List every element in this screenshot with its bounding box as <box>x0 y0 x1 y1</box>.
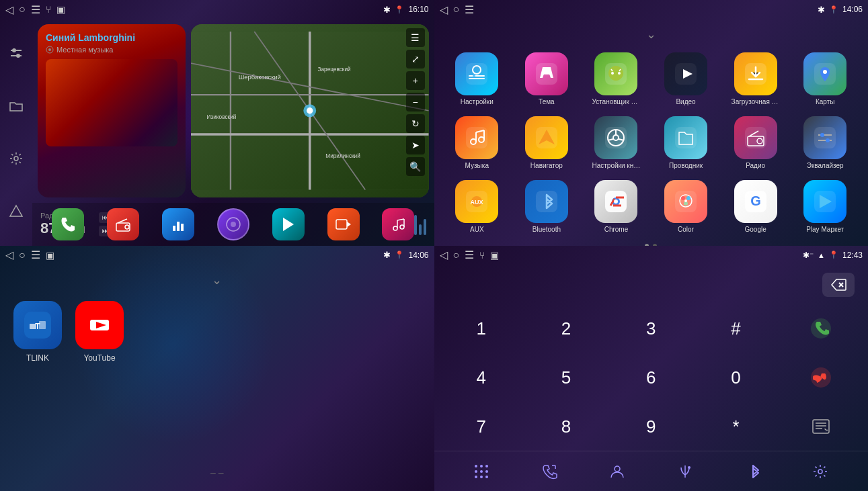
bluetooth-dialer-button[interactable] <box>737 455 769 488</box>
app-files[interactable]: Проводник <box>654 114 718 172</box>
key-9[interactable]: 9 <box>609 403 693 451</box>
app-maps[interactable]: Карты <box>793 50 857 108</box>
svg-rect-74 <box>814 127 836 148</box>
svg-text:AUX: AUX <box>471 199 483 206</box>
key-hash[interactable]: # <box>694 305 777 353</box>
key-star[interactable]: * <box>694 403 777 451</box>
key-5[interactable]: 5 <box>524 354 608 402</box>
sidebar-equalizer[interactable] <box>4 41 28 65</box>
menu-icon-q1[interactable]: ☰ <box>31 3 40 16</box>
dock-phone-app[interactable] <box>52 208 84 240</box>
dialer-quadrant: ◁ ○ ☰ ⑂ ▣ ✱⁻ ▲ 📍 12:43 <box>434 246 869 492</box>
menu-icon-q3[interactable]: ☰ <box>31 249 40 261</box>
dialpad-view-button[interactable] <box>465 455 498 488</box>
key-1[interactable]: 1 <box>440 305 523 353</box>
theme-icon <box>525 52 568 95</box>
time-q1: 16:10 <box>408 5 428 14</box>
bottom-dock <box>32 203 434 246</box>
youtube-app[interactable]: YouTube <box>75 301 124 363</box>
sidebar-folder[interactable] <box>4 94 28 118</box>
equalizer-label: Эквалайзер <box>807 162 844 169</box>
app-radio[interactable]: Радио <box>723 114 788 172</box>
key-4[interactable]: 4 <box>440 354 523 402</box>
map-toolbar: ☰ ⤢ + − ↻ ➤ 🔍 <box>406 28 425 176</box>
key-0[interactable]: 0 <box>694 354 777 402</box>
back-icon-q1[interactable]: ◁ <box>5 3 13 16</box>
app-music[interactable]: Музыка <box>445 114 510 172</box>
map-fullscreen-btn[interactable]: ⤢ <box>406 50 425 69</box>
menu-icon-q4[interactable]: ☰ <box>465 249 474 261</box>
map-search-btn[interactable]: 🔍 <box>406 157 425 176</box>
backspace-button[interactable] <box>822 273 855 297</box>
app-chrome[interactable]: Chrome <box>584 177 649 236</box>
app-bluetooth[interactable]: Bluetooth <box>514 177 579 236</box>
dock-equalizer-app[interactable] <box>162 208 194 240</box>
dock-home-button[interactable] <box>217 208 249 240</box>
svg-line-24 <box>118 219 127 223</box>
map-zoom-in-btn[interactable]: + <box>406 71 425 90</box>
chrome-icon <box>594 180 637 223</box>
usb-icon-q4: ⑂ <box>479 250 485 261</box>
svg-point-17 <box>307 107 313 114</box>
home-icon-q3[interactable]: ○ <box>19 249 26 261</box>
key-7[interactable]: 7 <box>440 403 523 451</box>
app-navigator[interactable]: Навигатор <box>514 114 579 172</box>
svg-rect-22 <box>116 223 130 231</box>
app-equalizer[interactable]: Эквалайзер <box>793 114 857 172</box>
menu-icon-q2[interactable]: ☰ <box>465 3 474 16</box>
app-settings[interactable]: Настройки <box>445 50 510 108</box>
app-playstore[interactable]: Play Маркет <box>793 177 857 236</box>
svg-point-122 <box>615 466 620 472</box>
map-layers-btn[interactable]: ☰ <box>406 28 425 47</box>
svg-rect-99 <box>39 321 46 329</box>
time-q3: 14:06 <box>408 251 428 260</box>
dock-video-app[interactable] <box>327 208 360 240</box>
svg-point-88 <box>681 196 685 200</box>
dock-radio-app[interactable] <box>107 208 139 240</box>
sidebar-settings[interactable] <box>4 146 28 171</box>
app-theme[interactable]: Тема <box>514 50 579 108</box>
settings-dialer-button[interactable] <box>804 455 836 488</box>
svg-marker-5 <box>10 206 22 216</box>
contacts-button[interactable] <box>601 455 633 488</box>
key-6[interactable]: 6 <box>609 354 693 402</box>
dock-playstore-app[interactable] <box>272 208 305 240</box>
svg-rect-44 <box>543 74 550 75</box>
color-label: Color <box>678 226 694 233</box>
app-color[interactable]: Color <box>654 177 718 236</box>
calls-button[interactable] <box>533 455 565 488</box>
app-google[interactable]: G Google <box>723 177 788 236</box>
home-icon-q2[interactable]: ○ <box>453 3 460 15</box>
launcher-chevron[interactable]: ⌄ <box>13 273 421 287</box>
playstore-icon <box>803 180 846 223</box>
home-icon-q4[interactable]: ○ <box>453 249 460 261</box>
back-icon-q4[interactable]: ◁ <box>440 249 448 261</box>
app-aux[interactable]: AUX AUX <box>445 177 510 236</box>
call-button[interactable] <box>779 305 863 353</box>
sidebar-carplay[interactable] <box>4 199 28 223</box>
back-icon-q2[interactable]: ◁ <box>440 3 448 16</box>
app-steering[interactable]: Настройки кнол... <box>584 114 649 172</box>
app-video[interactable]: Видео <box>654 50 718 108</box>
key-8[interactable]: 8 <box>524 403 608 451</box>
google-icon: G <box>734 180 777 223</box>
map-widget[interactable]: Шербаковский Зарецевский Изиковский Мири… <box>191 24 429 197</box>
app-download[interactable]: Загрузочная ани... <box>723 50 788 108</box>
dialpad-contact-button[interactable] <box>779 403 863 451</box>
key-3[interactable]: 3 <box>609 305 693 353</box>
theme-label: Тема <box>539 98 555 105</box>
map-navigate-btn[interactable]: ➤ <box>406 136 425 154</box>
tlink-app[interactable]: T TLINK <box>13 301 62 363</box>
map-rotate-btn[interactable]: ↻ <box>406 114 425 133</box>
hangup-button[interactable] <box>779 354 863 402</box>
back-icon-q3[interactable]: ◁ <box>5 249 13 261</box>
map-zoom-out-btn[interactable]: − <box>406 93 425 111</box>
key-2[interactable]: 2 <box>524 305 608 353</box>
favorites-button[interactable] <box>669 455 701 488</box>
home-icon-q1[interactable]: ○ <box>19 3 26 15</box>
dock-music-app[interactable] <box>382 208 414 240</box>
dialer-display <box>434 265 869 305</box>
app-apk[interactable]: Установщик APK <box>584 50 649 108</box>
chevron-down-icon[interactable]: ⌄ <box>442 27 861 42</box>
status-bar-q1: ◁ ○ ☰ ⑂ ▣ ✱ 📍 16:10 <box>0 0 434 19</box>
